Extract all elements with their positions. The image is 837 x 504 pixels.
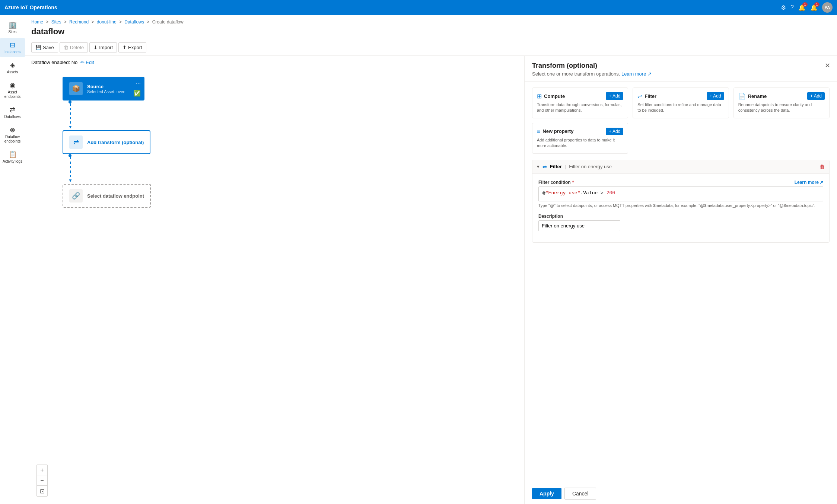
new-property-desc: Add additional properties to data to mak… [537, 137, 623, 149]
breadcrumb-redmond[interactable]: Redmond [69, 19, 89, 25]
flow-container: 📦 Source Selected Asset: oven ··· ✅ ⇌ [25, 69, 524, 215]
sidebar-item-assets[interactable]: ◈ Assets [0, 58, 25, 77]
sidebar-label-instances: Instances [4, 50, 20, 54]
sidebar-item-sites[interactable]: 🏢 Sites [0, 18, 25, 37]
panel-footer: Apply Cancel [525, 483, 837, 504]
source-node-check: ✅ [133, 90, 141, 97]
new-property-add-button[interactable]: + Add [606, 128, 623, 135]
breadcrumb-sep-2: > [64, 19, 67, 25]
filter-sections: ▾ ⇌ Filter | Filter on energy use 🗑 Fi [525, 160, 837, 483]
sidebar-item-instances[interactable]: ⊟ Instances [0, 38, 25, 57]
required-star: * [572, 180, 574, 185]
page-title: dataflow [31, 27, 831, 36]
breadcrumb-home[interactable]: Home [31, 19, 43, 25]
sidebar-label-dataflow-endpoints: Dataflow endpoints [1, 135, 23, 144]
sidebar-item-activity-logs[interactable]: 📋 Activity logs [0, 147, 25, 167]
new-property-card[interactable]: ≡ New property + Add Add additional prop… [532, 123, 628, 154]
sidebar-label-activity-logs: Activity logs [3, 159, 22, 164]
filter-section-body-1: Filter condition * Learn more ↗ @"Energy… [532, 174, 829, 242]
rename-desc: Rename datapoints to ensure clarity and … [738, 102, 825, 114]
sidebar-label-asset-endpoints: Asset endpoints [1, 90, 23, 99]
nav-icons: ⚙ ? 🔔1 🔔1 PA [781, 2, 833, 13]
compute-desc: Transform data through conversions, form… [537, 102, 623, 114]
breadcrumb-dataflows[interactable]: Dataflows [124, 19, 144, 25]
filter-condition-input[interactable]: @"Energy use".Value > 200 [538, 186, 823, 201]
transform-node-text: Add transform (optional) [87, 140, 144, 145]
export-icon: ⬆ [122, 45, 127, 50]
source-node-more[interactable]: ··· [136, 80, 141, 87]
filter-section-label: Filter [550, 164, 562, 169]
filter-card-header: ⇌ Filter + Add [637, 92, 724, 100]
connector-dot-1 [69, 101, 71, 103]
description-input[interactable] [538, 220, 620, 231]
filter-desc: Set filter conditions to refine and mana… [637, 102, 724, 114]
import-button[interactable]: ⬇ Import [89, 42, 117, 52]
rename-add-button[interactable]: + Add [807, 92, 825, 100]
description-label: Description [538, 214, 823, 219]
dataflows-icon: ⇄ [10, 106, 15, 114]
filter-separator: | [565, 164, 566, 169]
export-button[interactable]: ⬆ Export [118, 42, 146, 52]
page-header: Home > Sites > Redmond > donut-line > Da… [25, 15, 837, 39]
app-title: Azure IoT Operations [4, 4, 57, 10]
breadcrumb-sites[interactable]: Sites [51, 19, 61, 25]
transform-node[interactable]: ⇌ Add transform (optional) [63, 130, 150, 154]
settings-icon[interactable]: ⚙ [781, 4, 786, 11]
edit-link[interactable]: ✏ Edit [80, 60, 94, 65]
dataflow-endpoints-icon: ⊛ [10, 126, 15, 134]
compute-card[interactable]: ⊞ Compute + Add Transform data through c… [532, 87, 628, 118]
alerts-icon[interactable]: 🔔1 [810, 4, 818, 11]
compute-card-header: ⊞ Compute + Add [537, 92, 623, 100]
edit-icon: ✏ [80, 60, 85, 65]
sidebar-item-dataflows[interactable]: ⇄ Dataflows [0, 103, 25, 122]
sidebar-item-asset-endpoints[interactable]: ◉ Asset endpoints [0, 78, 25, 102]
filter-add-button[interactable]: + Add [707, 92, 724, 100]
activity-logs-icon: 📋 [9, 150, 17, 159]
filter-condition-learn-more[interactable]: Learn more ↗ [795, 180, 823, 185]
endpoint-node-text: Select dataflow endpoint [87, 193, 144, 199]
avatar[interactable]: PA [822, 2, 833, 13]
collapse-icon[interactable]: ▾ [537, 164, 540, 169]
import-icon: ⬇ [93, 45, 98, 50]
zoom-fit-button[interactable]: ⊡ [37, 486, 47, 496]
zoom-out-button[interactable]: − [37, 475, 47, 486]
compute-add-button[interactable]: + Add [606, 92, 623, 100]
breadcrumb-donut-line[interactable]: donut-line [97, 19, 117, 25]
delete-button[interactable]: 🗑 Delete [60, 42, 88, 52]
alerts-badge: 1 [814, 2, 820, 7]
panel-subtitle: Select one or more transform operations.… [532, 71, 830, 77]
endpoint-node[interactable]: 🔗 Select dataflow endpoint [63, 184, 151, 208]
connector-dot-2 [69, 154, 71, 157]
filter-delete-button[interactable]: 🗑 [820, 164, 825, 170]
compute-icon: ⊞ [537, 93, 542, 100]
filter-section-1: ▾ ⇌ Filter | Filter on energy use 🗑 Fi [532, 160, 830, 243]
save-icon: 💾 [35, 45, 41, 50]
filter-condition-hint: Type "@" to select datapoints, or access… [538, 203, 823, 208]
zoom-in-button[interactable]: + [37, 465, 47, 475]
filter-card[interactable]: ⇌ Filter + Add Set filter conditions to … [633, 87, 729, 118]
sidebar-item-dataflow-endpoints[interactable]: ⊛ Dataflow endpoints [0, 123, 25, 147]
rename-card[interactable]: 📄 Rename + Add Rename datapoints to ensu… [733, 87, 830, 118]
new-property-card-header: ≡ New property + Add [537, 128, 623, 135]
save-button[interactable]: 💾 Save [31, 42, 58, 52]
filter-section-name: Filter on energy use [569, 164, 612, 169]
cancel-button[interactable]: Cancel [564, 488, 596, 500]
breadcrumb-sep-3: > [91, 19, 94, 25]
content-area: Home > Sites > Redmond > donut-line > Da… [25, 15, 837, 504]
notifications-icon[interactable]: 🔔1 [798, 4, 806, 11]
panel-title: Transform (optional) [532, 62, 830, 70]
panel-header: Transform (optional) Select one or more … [525, 56, 837, 82]
dashed-connector-1 [70, 103, 71, 126]
sidebar-label-assets: Assets [7, 70, 18, 74]
apply-button[interactable]: Apply [532, 488, 561, 499]
transform-node-icon: ⇌ [69, 135, 83, 149]
canvas[interactable]: Dataflow enabled: No ✏ Edit 📦 Source Sel… [25, 56, 524, 504]
learn-more-link-header[interactable]: Learn more ↗ [621, 71, 652, 77]
breadcrumb-sep-1: > [46, 19, 48, 25]
rename-title: Rename [748, 93, 767, 99]
close-panel-button[interactable]: ✕ [822, 60, 833, 71]
filter-title: Filter [645, 93, 656, 99]
source-node[interactable]: 📦 Source Selected Asset: oven ··· ✅ [63, 77, 144, 101]
help-icon[interactable]: ? [790, 4, 794, 11]
endpoint-node-icon: 🔗 [69, 189, 83, 202]
